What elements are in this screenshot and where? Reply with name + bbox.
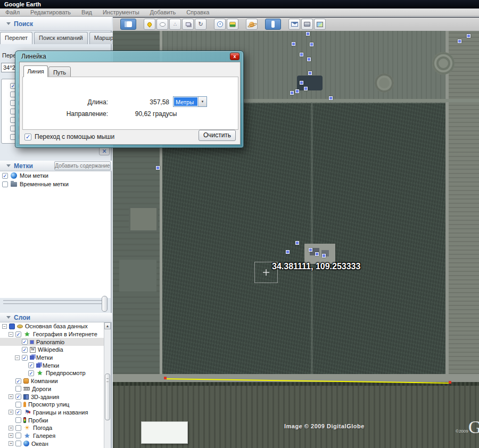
place-item-my-places[interactable]: ✓ Мои метки	[0, 171, 111, 180]
photo-marker[interactable]	[467, 34, 470, 38]
photo-marker[interactable]	[322, 254, 326, 258]
search-panel-header[interactable]: Поиск	[0, 17, 112, 31]
tab-line[interactable]: Линия	[23, 65, 48, 77]
layer-checkbox[interactable]: ✓	[22, 355, 28, 361]
photo-marker[interactable]	[308, 71, 312, 75]
scroll-up-button[interactable]: ▲	[104, 322, 111, 329]
layer-row-9[interactable]: +✓3D-здания	[0, 393, 111, 401]
add-content-button[interactable]: Добавить содержание	[54, 161, 111, 170]
units-dropdown[interactable]: Метры ▼	[173, 96, 207, 107]
menu-item-5[interactable]: Справка	[186, 9, 209, 15]
sunlight-button[interactable]	[227, 19, 238, 30]
layer-row-13[interactable]: +☀Погода	[0, 424, 111, 432]
layer-row-4[interactable]: −✓Метки	[0, 354, 111, 362]
layer-row-14[interactable]: +★Галерея	[0, 432, 111, 440]
layers-scrollbar[interactable]: ▲	[104, 322, 111, 448]
photo-marker[interactable]	[286, 250, 290, 254]
photo-marker[interactable]	[306, 32, 310, 36]
collapse-icon[interactable]: −	[9, 332, 13, 337]
historical-imagery-button[interactable]	[214, 19, 226, 30]
place-item-temporary-places[interactable]: Временные метки	[0, 180, 111, 188]
temporary-places-checkbox[interactable]	[2, 181, 8, 187]
expand-icon[interactable]: +	[9, 441, 13, 446]
menu-item-3[interactable]: Инструменты	[103, 9, 139, 15]
expand-icon[interactable]: +	[9, 426, 13, 430]
tab-path[interactable]: Путь	[48, 67, 71, 77]
photo-marker[interactable]	[304, 87, 308, 90]
mouse-navigation-option[interactable]: ✓ Переход с помощью мыши	[24, 133, 114, 140]
menu-item-0[interactable]: Файл	[5, 9, 20, 15]
collapse-icon[interactable]: −	[15, 355, 20, 360]
photo-marker[interactable]	[458, 39, 461, 43]
layer-checkbox[interactable]	[15, 417, 21, 423]
layer-checkbox[interactable]: ✓	[15, 331, 21, 337]
clear-button[interactable]: Очистить	[199, 130, 236, 141]
add-path-button[interactable]: ∴	[169, 19, 181, 30]
expand-icon[interactable]: +	[9, 433, 13, 438]
layer-checkbox[interactable]	[15, 425, 21, 431]
add-placemark-button[interactable]	[144, 19, 155, 30]
my-places-checkbox[interactable]: ✓	[2, 173, 8, 179]
layer-checkbox[interactable]	[15, 433, 21, 438]
layer-row-15[interactable]: +Океан	[0, 439, 111, 447]
layer-row-0[interactable]: −Основная база данных	[0, 322, 111, 330]
add-image-overlay-button[interactable]	[182, 19, 194, 30]
layer-row-12[interactable]: Пробки	[0, 416, 111, 424]
add-polygon-button[interactable]	[156, 19, 168, 30]
photo-marker[interactable]	[315, 252, 319, 256]
photo-marker[interactable]	[295, 241, 299, 245]
photo-marker[interactable]	[307, 57, 311, 61]
photo-marker[interactable]	[300, 53, 303, 56]
photo-marker[interactable]	[295, 89, 299, 93]
toggle-sidebar-button[interactable]	[120, 19, 136, 30]
scrollbar-thumb[interactable]	[105, 374, 110, 420]
mouse-navigation-checkbox[interactable]: ✓	[24, 134, 31, 140]
layer-checkbox[interactable]	[15, 402, 21, 408]
measurement-endpoint[interactable]	[164, 377, 167, 379]
panel-splitter[interactable]	[0, 298, 111, 313]
layer-row-3[interactable]: ✓WWikipedia	[0, 346, 111, 354]
photo-marker[interactable]	[290, 91, 294, 95]
photo-marker[interactable]	[309, 248, 312, 252]
photo-marker[interactable]	[156, 166, 160, 170]
layer-row-8[interactable]: Дороги	[0, 385, 111, 393]
layer-row-7[interactable]: ✓Компании	[0, 377, 111, 385]
photo-marker[interactable]	[329, 96, 333, 100]
layer-checkbox[interactable]: ✓	[15, 394, 21, 400]
photo-marker[interactable]	[300, 81, 303, 85]
save-image-button[interactable]	[314, 19, 326, 30]
print-button[interactable]	[301, 19, 313, 30]
menu-item-4[interactable]: Добавить	[150, 9, 176, 15]
ruler-button[interactable]	[265, 19, 281, 30]
close-search-results-button[interactable]: ✕	[99, 147, 110, 155]
layers-panel-header[interactable]: Слои	[0, 313, 112, 322]
search-tab-0[interactable]: Перелет	[0, 32, 32, 44]
layer-row-1[interactable]: −✓★География в Интернете	[0, 330, 111, 338]
dialog-close-button[interactable]: x	[230, 53, 240, 60]
photo-marker[interactable]	[310, 43, 313, 46]
layer-checkbox[interactable]: ✓	[15, 378, 21, 384]
dropdown-arrow-icon[interactable]: ▼	[198, 97, 207, 106]
collapse-icon[interactable]: −	[2, 324, 7, 329]
email-button[interactable]	[288, 19, 300, 30]
measurement-endpoint[interactable]	[449, 381, 451, 384]
layer-checkbox[interactable]: ✓	[28, 362, 34, 368]
menu-item-2[interactable]: Вид	[81, 9, 92, 15]
ruler-dialog[interactable]: Линейка x Линия Путь Длина: 357,58 Метры…	[15, 51, 244, 148]
expand-icon[interactable]: +	[9, 394, 13, 399]
layer-checkbox[interactable]: ✓	[15, 409, 21, 415]
layer-checkbox[interactable]: ✓	[22, 339, 28, 345]
layer-checkbox[interactable]	[9, 323, 15, 329]
record-tour-button[interactable]: ↻	[195, 19, 207, 30]
photo-marker[interactable]	[292, 42, 295, 46]
layer-checkbox[interactable]	[15, 441, 21, 446]
places-panel-header[interactable]: Метки Добавить содержание	[0, 161, 112, 171]
layer-row-5[interactable]: ✓Метки	[0, 361, 111, 369]
switch-planet-button[interactable]	[246, 19, 258, 30]
expand-icon[interactable]: +	[9, 410, 13, 414]
layer-row-10[interactable]: Просмотр улиц	[0, 401, 111, 409]
layer-row-6[interactable]: ✓★Предпросмотр	[0, 369, 111, 377]
layer-row-11[interactable]: +✓⚑Границы и названия	[0, 409, 111, 417]
layer-checkbox[interactable]	[15, 386, 21, 392]
search-tab-1[interactable]: Поиск компаний	[34, 32, 88, 44]
